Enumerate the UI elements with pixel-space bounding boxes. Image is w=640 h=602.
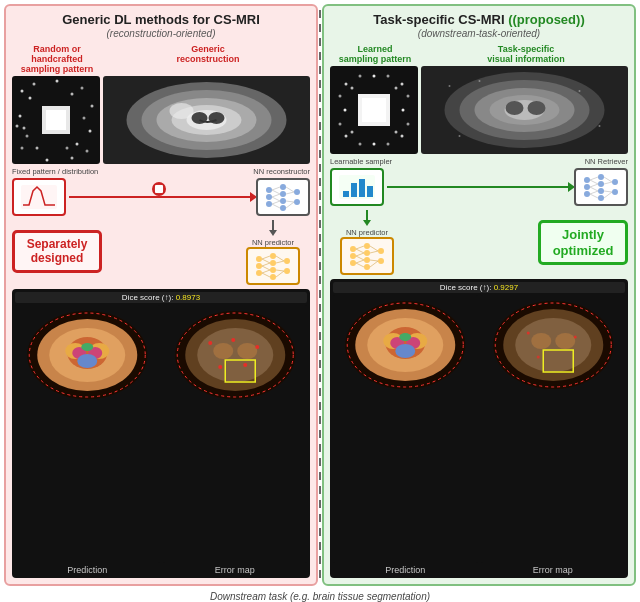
svg-point-102 (339, 95, 342, 98)
svg-point-83 (213, 343, 233, 359)
svg-point-157 (364, 264, 370, 270)
svg-point-16 (76, 143, 79, 146)
svg-point-37 (280, 205, 286, 211)
svg-line-44 (272, 201, 280, 204)
svg-rect-1 (46, 110, 66, 130)
main-container: Generic DL methods for CS-MRI (reconstru… (0, 0, 640, 590)
svg-line-168 (370, 260, 378, 261)
svg-line-65 (276, 256, 284, 261)
left-panel-title: Generic DL methods for CS-MRI (12, 12, 310, 27)
svg-point-2 (21, 90, 24, 93)
svg-point-87 (218, 365, 222, 369)
svg-point-15 (36, 147, 39, 150)
left-seg-area: Dice score (↑): 0.8973 (12, 289, 310, 578)
left-panel: Generic DL methods for CS-MRI (reconstru… (4, 4, 318, 586)
svg-line-165 (356, 263, 364, 267)
right-learned-label: Learned sampling pattern (330, 44, 420, 64)
left-sampling-label: Random or handcrafted sampling pattern (12, 44, 102, 74)
svg-line-166 (370, 246, 378, 251)
svg-point-54 (270, 260, 276, 266)
svg-point-187 (573, 336, 576, 339)
right-error-image (481, 295, 626, 563)
svg-point-183 (515, 318, 591, 372)
svg-point-20 (66, 147, 69, 150)
right-taskspecific-label: Task-specific visual information (424, 44, 628, 64)
svg-point-100 (351, 131, 354, 134)
svg-point-154 (364, 243, 370, 249)
svg-point-137 (598, 188, 604, 194)
left-title-text: Generic DL methods for CS-MRI (62, 12, 260, 27)
svg-line-141 (590, 177, 598, 180)
svg-point-53 (270, 253, 276, 259)
svg-point-136 (598, 181, 604, 187)
svg-point-4 (56, 80, 59, 83)
svg-point-12 (16, 125, 19, 128)
svg-point-3 (33, 83, 36, 86)
svg-line-47 (286, 192, 294, 194)
left-distribution-box (12, 178, 66, 216)
svg-line-67 (276, 270, 284, 271)
svg-point-17 (83, 117, 86, 120)
right-v-arrow (366, 210, 368, 222)
right-prediction-label: Prediction (333, 565, 478, 575)
svg-point-99 (395, 87, 398, 90)
svg-point-106 (359, 75, 362, 78)
right-nn-predictor-label: NN predictor (346, 228, 388, 237)
svg-point-78 (81, 343, 93, 351)
svg-line-164 (356, 260, 364, 263)
svg-point-14 (26, 135, 29, 138)
svg-line-148 (604, 182, 612, 184)
svg-line-160 (356, 246, 364, 249)
svg-point-57 (284, 258, 290, 264)
right-seg-area: Dice score (↑): 0.9297 (330, 279, 628, 578)
svg-point-18 (71, 93, 74, 96)
svg-point-51 (256, 263, 262, 269)
svg-point-55 (270, 267, 276, 273)
svg-point-8 (86, 150, 89, 153)
svg-point-188 (536, 356, 539, 359)
svg-point-35 (280, 191, 286, 197)
right-panel-subtitle: (downstream-task-oriented) (330, 28, 628, 39)
svg-line-61 (262, 263, 270, 266)
right-panel-title: Task-specific CS-MRI ((proposed)) (330, 12, 628, 27)
svg-point-133 (584, 184, 590, 190)
svg-point-77 (77, 354, 97, 368)
svg-line-64 (262, 273, 270, 277)
svg-line-49 (286, 202, 294, 208)
svg-point-120 (528, 101, 546, 115)
right-dice-value: 0.9297 (494, 283, 518, 292)
svg-point-111 (401, 83, 404, 86)
svg-rect-129 (351, 183, 357, 197)
left-seg-labels: Prediction Error map (15, 565, 307, 575)
svg-rect-131 (367, 186, 373, 197)
svg-line-68 (276, 271, 284, 277)
svg-point-52 (256, 270, 262, 276)
left-reconstruction-label: Generic reconstruction (106, 44, 310, 74)
right-nn-predictor-box (340, 237, 394, 275)
svg-line-169 (370, 261, 378, 267)
svg-point-119 (506, 101, 524, 115)
svg-point-38 (294, 189, 300, 195)
svg-rect-128 (343, 191, 349, 197)
left-seg-images (15, 305, 307, 563)
right-arrow-1 (387, 186, 571, 188)
svg-line-45 (272, 204, 280, 208)
svg-point-139 (612, 179, 618, 185)
left-nn-predictor-label: NN predictor (252, 238, 294, 247)
svg-line-147 (604, 177, 612, 182)
svg-point-138 (598, 195, 604, 201)
svg-point-140 (612, 189, 618, 195)
right-brain-image (421, 66, 628, 154)
svg-point-96 (373, 75, 376, 78)
left-error-label: Error map (163, 565, 308, 575)
svg-point-33 (266, 201, 272, 207)
svg-point-178 (395, 344, 415, 358)
svg-point-10 (46, 159, 49, 162)
left-nn-reconstructor-label: NN reconstructor (253, 167, 310, 176)
svg-line-145 (590, 191, 598, 194)
left-brain-image (103, 76, 310, 164)
right-seg-images (333, 295, 625, 563)
svg-point-9 (71, 157, 74, 160)
svg-point-13 (19, 115, 22, 118)
right-sampling-image (330, 66, 418, 154)
